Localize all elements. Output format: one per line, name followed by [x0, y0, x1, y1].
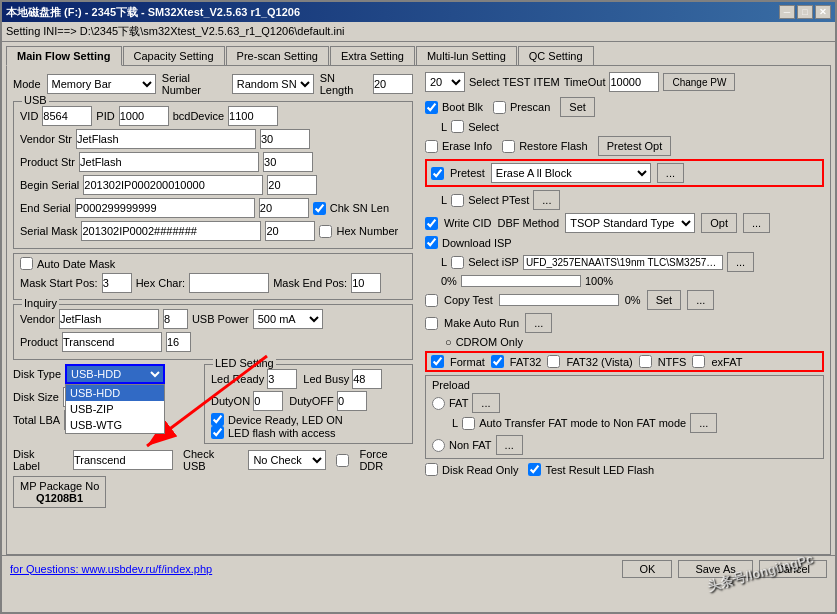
- minimize-button[interactable]: ─: [779, 5, 795, 19]
- vid-input[interactable]: [42, 106, 92, 126]
- inquiry-product-input[interactable]: [62, 332, 162, 352]
- serial-mask-row: Serial Mask Hex Number: [20, 221, 406, 241]
- led-ready-input[interactable]: [267, 369, 297, 389]
- dbf-method-select[interactable]: TSOP Standard Type: [565, 213, 695, 233]
- mode-select[interactable]: Memory Bar: [47, 74, 156, 94]
- duty-on-input[interactable]: [253, 391, 283, 411]
- hex-number-checkbox[interactable]: [319, 225, 332, 238]
- vid-row: VID PID bcdDevice: [20, 106, 406, 126]
- chk-sn-len-checkbox[interactable]: [313, 202, 326, 215]
- tab-prescan[interactable]: Pre-scan Setting: [226, 46, 329, 66]
- select-isp-label: Select iSP: [468, 256, 519, 268]
- duty-off-input[interactable]: [337, 391, 367, 411]
- dropdown-item-usb-hdd[interactable]: USB-HDD: [66, 385, 164, 401]
- opt-button[interactable]: Opt: [701, 213, 737, 233]
- copy-set-btn[interactable]: Set: [647, 290, 682, 310]
- mask-end-pos-input[interactable]: [351, 273, 381, 293]
- inquiry-vendor-num[interactable]: [163, 309, 188, 329]
- dropdown-item-usb-zip[interactable]: USB-ZIP: [66, 401, 164, 417]
- disk-type-select[interactable]: USB-HDD USB-ZIP USB-WTG: [65, 364, 165, 384]
- pid-input[interactable]: [119, 106, 169, 126]
- cancel-button[interactable]: Cancel: [759, 560, 827, 578]
- end-serial-num[interactable]: [259, 198, 309, 218]
- serial-number-select[interactable]: Random SN: [232, 74, 314, 94]
- fat-radio[interactable]: [432, 397, 445, 410]
- copy-test-row: Copy Test 0% Set ...: [425, 290, 824, 310]
- check-usb-select[interactable]: No Check: [248, 450, 326, 470]
- auto-transfer-btn[interactable]: ...: [690, 413, 717, 433]
- isp-browse-btn[interactable]: ...: [727, 252, 754, 272]
- serial-mask-num[interactable]: [265, 221, 315, 241]
- vendor-str-num[interactable]: [260, 129, 310, 149]
- inquiry-product-num[interactable]: [166, 332, 191, 352]
- auto-run-checkbox[interactable]: [425, 317, 438, 330]
- select-test-label: Select TEST ITEM: [469, 76, 560, 88]
- erase-select[interactable]: Erase A ll Block: [491, 163, 651, 183]
- device-ready-checkbox[interactable]: [211, 413, 224, 426]
- fat32-vista-checkbox[interactable]: [547, 355, 560, 368]
- led-busy-col: Led Busy: [303, 369, 382, 389]
- link-text[interactable]: for Questions: www.usbdev.ru/f/index.php: [10, 563, 212, 575]
- write-cid-checkbox[interactable]: [425, 217, 438, 230]
- tab-main-flow[interactable]: Main Flow Setting: [6, 46, 122, 66]
- format-checkbox[interactable]: [431, 355, 444, 368]
- set-button[interactable]: Set: [560, 97, 595, 117]
- select-ptest-checkbox[interactable]: [451, 194, 464, 207]
- prescan-checkbox[interactable]: [493, 101, 506, 114]
- timeout-input[interactable]: [609, 72, 659, 92]
- tab-multilun[interactable]: Multi-lun Setting: [416, 46, 517, 66]
- auto-date-mask-checkbox[interactable]: [20, 257, 33, 270]
- ntfs-checkbox[interactable]: [639, 355, 652, 368]
- disk-read-only-checkbox[interactable]: [425, 463, 438, 476]
- restore-flash-checkbox[interactable]: [502, 140, 515, 153]
- pretest-opt-button[interactable]: Pretest Opt: [598, 136, 672, 156]
- hex-char-input[interactable]: [189, 273, 269, 293]
- test-item-select[interactable]: 20: [425, 72, 465, 92]
- force-ddr-checkbox[interactable]: [336, 454, 349, 467]
- erase-opt-button[interactable]: ...: [657, 163, 684, 183]
- close-button[interactable]: ✕: [815, 5, 831, 19]
- select-ptest-btn[interactable]: ...: [533, 190, 560, 210]
- disk-label-input[interactable]: [73, 450, 173, 470]
- save-as-button[interactable]: Save As: [678, 560, 752, 578]
- product-str-input[interactable]: [79, 152, 259, 172]
- boot-blk-checkbox[interactable]: [425, 101, 438, 114]
- begin-serial-num[interactable]: [267, 175, 317, 195]
- write-cid-extra-btn[interactable]: ...: [743, 213, 770, 233]
- non-fat-btn[interactable]: ...: [496, 435, 523, 455]
- fat-btn[interactable]: ...: [472, 393, 499, 413]
- bcd-input[interactable]: [228, 106, 278, 126]
- auto-run-btn[interactable]: ...: [525, 313, 552, 333]
- download-isp-checkbox[interactable]: [425, 236, 438, 249]
- led-flash-checkbox[interactable]: [211, 426, 224, 439]
- erase-info-checkbox[interactable]: [425, 140, 438, 153]
- serial-mask-input[interactable]: [81, 221, 261, 241]
- test-result-checkbox[interactable]: [528, 463, 541, 476]
- copy-extra-btn[interactable]: ...: [687, 290, 714, 310]
- change-pw-button[interactable]: Change PW: [663, 73, 735, 91]
- end-serial-input[interactable]: [75, 198, 255, 218]
- ok-button[interactable]: OK: [622, 560, 672, 578]
- maximize-button[interactable]: □: [797, 5, 813, 19]
- mask-start-pos-input[interactable]: [102, 273, 132, 293]
- copy-test-checkbox[interactable]: [425, 294, 438, 307]
- boot-blk-row: Boot Blk Prescan Set: [425, 97, 824, 117]
- led-busy-input[interactable]: [352, 369, 382, 389]
- exfat-checkbox[interactable]: [692, 355, 705, 368]
- tab-qc[interactable]: QC Setting: [518, 46, 594, 66]
- usb-power-select[interactable]: 500 mA: [253, 309, 323, 329]
- vendor-str-input[interactable]: [76, 129, 256, 149]
- select-checkbox[interactable]: [451, 120, 464, 133]
- begin-serial-input[interactable]: [83, 175, 263, 195]
- auto-transfer-checkbox[interactable]: [462, 417, 475, 430]
- tab-capacity[interactable]: Capacity Setting: [123, 46, 225, 66]
- product-str-num[interactable]: [263, 152, 313, 172]
- dropdown-item-usb-wtg[interactable]: USB-WTG: [66, 417, 164, 433]
- fat32-checkbox[interactable]: [491, 355, 504, 368]
- sn-length-input[interactable]: [373, 74, 413, 94]
- tab-extra[interactable]: Extra Setting: [330, 46, 415, 66]
- non-fat-radio[interactable]: [432, 439, 445, 452]
- select-isp-checkbox[interactable]: [451, 256, 464, 269]
- pretest-checkbox[interactable]: [431, 167, 444, 180]
- inquiry-vendor-input[interactable]: [59, 309, 159, 329]
